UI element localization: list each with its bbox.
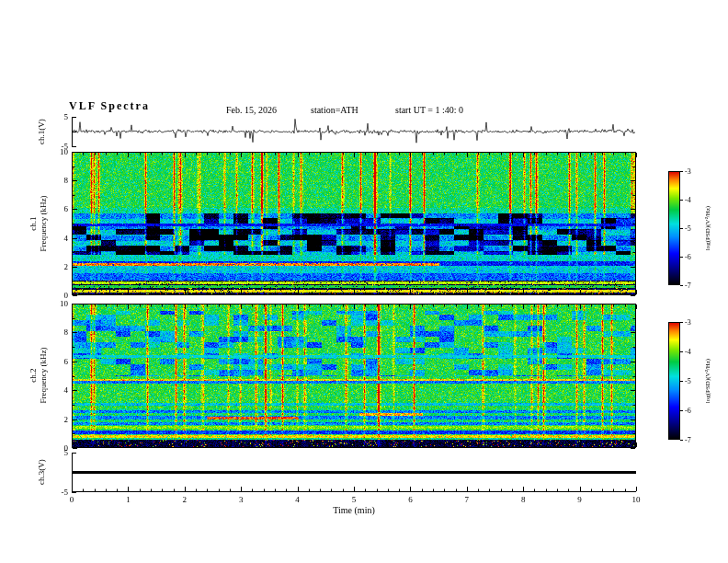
freq-tick-label: 4 <box>64 234 69 243</box>
x-tick-label: 8 <box>521 495 526 504</box>
ch2-colorbar-canvas <box>668 322 680 440</box>
x-tick-label: 7 <box>465 495 470 504</box>
freq-tick-label: 8 <box>64 327 69 337</box>
freq-tick-label: 6 <box>64 204 69 213</box>
freq-tick-label: 2 <box>64 262 69 271</box>
colorbar-tick-label: -3 <box>685 167 691 176</box>
vlf-spectra-figure: VLF Spectra Feb. 15, 2026 station=ATH st… <box>0 0 728 563</box>
colorbar-tick-label: -7 <box>685 282 691 290</box>
ch2-spectrogram-canvas <box>72 304 636 448</box>
ch3-voltage-axis-label: ch.3(V) <box>37 459 46 485</box>
x-tick-label: 6 <box>408 495 413 504</box>
header-start-ut: start UT = 1 :40: 0 <box>395 105 463 115</box>
ch1-colorbar-canvas <box>668 171 680 285</box>
colorbar-tick-label: -4 <box>685 348 691 356</box>
time-axis-label: Time (min) <box>333 505 374 515</box>
x-tick-label: 5 <box>352 495 357 504</box>
ch3-waveform-canvas <box>72 453 636 492</box>
freq-tick-label: 6 <box>64 357 69 366</box>
x-tick-label: 10 <box>632 495 641 504</box>
colorbar-tick-label: -6 <box>685 253 691 261</box>
freq-tick-label: 4 <box>64 385 69 395</box>
colorbar-tick-label: -5 <box>685 224 691 233</box>
ch1-axis-channel-label: ch.1 <box>28 195 39 251</box>
header-date: Feb. 15, 2026 <box>226 105 277 115</box>
ch1-waveform-canvas <box>72 117 636 146</box>
x-tick-label: 1 <box>126 495 131 504</box>
colorbar-tick-label: -6 <box>685 407 691 415</box>
colorbar-tick-label: -4 <box>685 196 691 204</box>
ch1-frequency-unit-label: Frequency (kHz) <box>39 195 49 251</box>
ch1-spectrogram-canvas <box>72 152 636 295</box>
volt-tick-label: -5 <box>62 142 69 151</box>
ch2-colorbar-label: log(PSD)(V²/Hz) <box>704 359 711 403</box>
x-tick-label: 3 <box>239 495 244 504</box>
ch1-frequency-axis-label: ch.1 Frequency (kHz) <box>28 195 49 251</box>
x-tick-label: 2 <box>183 495 188 504</box>
volt-tick-label: 5 <box>64 448 69 457</box>
ch1-voltage-axis-label: ch.1(V) <box>37 119 46 144</box>
x-tick-label: 4 <box>295 495 300 504</box>
freq-tick-label: 2 <box>64 415 69 424</box>
x-tick-label: 0 <box>70 495 74 504</box>
x-tick-label: 9 <box>577 495 582 504</box>
volt-tick-label: -5 <box>62 488 69 497</box>
colorbar-tick-label: -7 <box>685 436 691 444</box>
colorbar-tick-label: -5 <box>685 377 691 385</box>
header-station: station=ATH <box>311 105 358 115</box>
freq-tick-label: 10 <box>60 299 68 308</box>
freq-tick-label: 8 <box>64 176 69 185</box>
volt-tick-label: 5 <box>64 112 69 121</box>
ch2-axis-channel-label: ch.2 <box>28 347 39 403</box>
ch1-colorbar-label: log(PSD)(V²/Hz) <box>704 206 711 250</box>
ch2-frequency-axis-label: ch.2 Frequency (kHz) <box>28 347 49 403</box>
ch2-frequency-unit-label: Frequency (kHz) <box>39 347 49 403</box>
figure-title: VLF Spectra <box>69 99 150 113</box>
colorbar-tick-label: -3 <box>685 318 691 327</box>
